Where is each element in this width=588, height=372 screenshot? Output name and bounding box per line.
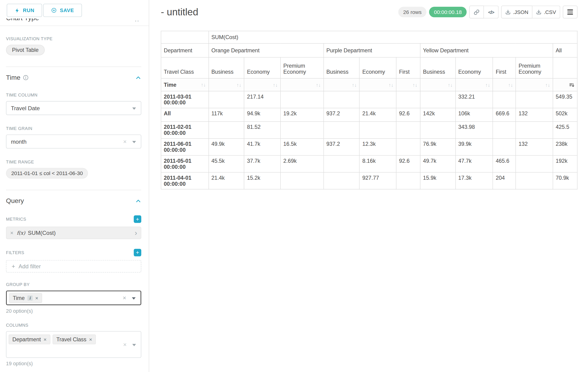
pivot-value-cell: 465.6 [493, 155, 516, 172]
chart-title[interactable]: - untitled [161, 6, 198, 18]
value-chip[interactable]: Department× [9, 335, 50, 344]
sort-down-arrow: ↓ [511, 82, 513, 88]
sort-arrows-icon[interactable]: ↑↓ [448, 82, 452, 88]
sort-up-arrow: ↑ [508, 82, 511, 88]
sort-arrows-icon[interactable]: ↑↓ [273, 82, 278, 88]
add-filter-button[interactable]: + Add filter [6, 260, 141, 273]
visualization-type-chip[interactable]: Pivot Table [6, 45, 45, 55]
pivot-value-cell: 937.2 [324, 108, 359, 122]
pivot-value-cell [396, 122, 420, 138]
time-section-header[interactable]: Time [6, 74, 141, 82]
pivot-value-cell [493, 122, 516, 138]
pivot-class-header: Business [209, 57, 244, 79]
sort-down-arrow: ↓ [239, 82, 242, 88]
pivot-class-header: First [493, 57, 516, 79]
copy-link-button[interactable] [469, 6, 484, 18]
sort-arrows-icon[interactable]: ↑↓ [508, 82, 513, 88]
query-section-header[interactable]: Query [6, 197, 141, 205]
pivot-value-cell [396, 138, 420, 156]
pivot-value-cell: 669.6 [493, 108, 516, 122]
chart-menu-button[interactable] [563, 6, 578, 18]
pivot-class-header: Economy [359, 57, 396, 79]
remove-chip-icon[interactable]: × [43, 337, 46, 342]
pivot-sort-cell: ↑↓ [359, 78, 396, 91]
remove-chip-icon[interactable]: × [35, 295, 38, 301]
sort-up-arrow: ↑ [201, 82, 203, 87]
filters-label: FILTERS [6, 250, 24, 255]
explore-page: RUN SAVE Chart Type ·· VISUALIZATION TYP… [0, 0, 588, 372]
value-chip[interactable]: Travel Class× [52, 335, 96, 344]
pivot-value-cell: 2.69k [281, 155, 324, 172]
chip-label: Department [12, 336, 41, 342]
time-grain-select[interactable]: month × [6, 135, 141, 149]
embed-code-button[interactable]: </> [484, 6, 499, 18]
sort-arrows-icon[interactable]: ↑↓ [316, 82, 321, 88]
export-csv-button[interactable]: .CSV [533, 6, 560, 18]
pivot-group-header: Yellow Department [420, 43, 553, 57]
metric-item[interactable]: × f(x) SUM(Cost) › [6, 227, 141, 239]
pivot-value-cell: 94.9k [244, 108, 281, 122]
sort-arrows-icon[interactable]: ↑↓ [545, 82, 550, 88]
pivot-value-cell: 106k [455, 108, 493, 122]
sort-arrows-icon[interactable]: ↑↓ [388, 82, 393, 88]
divider [0, 26, 149, 26]
clear-icon[interactable]: × [123, 295, 126, 301]
columns-select[interactable]: Department×Travel Class× × [6, 331, 141, 358]
clear-icon[interactable]: × [123, 341, 127, 348]
pivot-department-label: Department [161, 43, 209, 57]
clear-icon[interactable]: × [123, 138, 127, 145]
sort-arrows-icon[interactable]: ↑↓ [236, 82, 241, 88]
pivot-value-cell: 502k [553, 108, 577, 122]
sort-down-arrow: ↓ [354, 82, 357, 88]
remove-metric-icon[interactable]: × [10, 230, 13, 236]
sort-arrows-icon[interactable]: ↑↓ [201, 82, 206, 87]
chart-header: - untitled 26 rows 00:00:00.18 </> .JSON [161, 6, 578, 18]
metrics-label: METRICS [6, 217, 26, 221]
pivot-value-cell [396, 91, 420, 108]
group-by-options-hint: 20 option(s) [6, 308, 141, 314]
chevron-down-icon [132, 107, 136, 110]
pivot-sort-cell: ↑↓ [420, 78, 455, 91]
pivot-travel-class-label: Travel Class [161, 57, 209, 79]
chevron-down-icon[interactable] [132, 344, 136, 346]
time-grain-label: TIME GRAIN [6, 126, 141, 131]
save-button[interactable]: SAVE [43, 4, 82, 17]
pivot-value-cell: 927.77 [359, 172, 396, 189]
add-metric-button[interactable]: + [134, 215, 141, 223]
pivot-value-cell [493, 138, 516, 156]
add-filter-label: Add filter [19, 263, 41, 269]
pivot-class-header: Business [324, 57, 359, 79]
chevron-right-icon[interactable]: › [135, 229, 137, 236]
pivot-value-cell: 425.5 [553, 122, 577, 138]
add-filter-plus-button[interactable]: + [134, 249, 141, 256]
export-button-group: .JSON .CSV [501, 6, 560, 18]
sort-arrows-icon[interactable]: ↑↓ [412, 82, 417, 88]
pivot-row-header: 2011-06-01 00:00:00 [161, 138, 209, 156]
pivot-value-cell: 47.7k [455, 155, 493, 172]
sort-arrows-icon[interactable]: ↑↓ [485, 82, 490, 88]
chevron-up-icon[interactable] [135, 75, 141, 81]
chevron-down-icon[interactable] [132, 297, 136, 299]
remove-chip-icon[interactable]: × [89, 337, 92, 342]
chart-panel: - untitled 26 rows 00:00:00.18 </> .JSON [149, 0, 588, 372]
pivot-time-header: Time↑↓ [161, 78, 209, 91]
sort-up-arrow: ↑ [485, 82, 488, 88]
pivot-value-cell: 192k [553, 155, 577, 172]
export-json-button[interactable]: .JSON [501, 6, 533, 18]
pivot-value-cell: 204 [493, 172, 516, 189]
menu-button-group [563, 6, 578, 18]
chevron-up-icon[interactable] [135, 198, 141, 204]
pivot-class-header: Premium Economy [516, 57, 553, 79]
value-chip[interactable]: Timei× [9, 293, 42, 303]
pivot-value-cell: 16.5k [281, 138, 324, 156]
share-button-group: </> [469, 6, 499, 18]
time-column-select[interactable]: Travel Date [6, 101, 141, 115]
time-range-chip[interactable]: 2011-01-01 ≤ col < 2011-06-30 [6, 168, 88, 179]
pivot-group-header: Purple Department [324, 43, 420, 57]
download-icon [505, 9, 511, 15]
run-button[interactable]: RUN [7, 4, 42, 17]
sort-descending-icon[interactable] [569, 82, 575, 87]
group-by-select[interactable]: Timei× × [6, 291, 141, 305]
pivot-value-cell [359, 91, 396, 108]
sort-arrows-icon[interactable]: ↑↓ [352, 82, 357, 88]
